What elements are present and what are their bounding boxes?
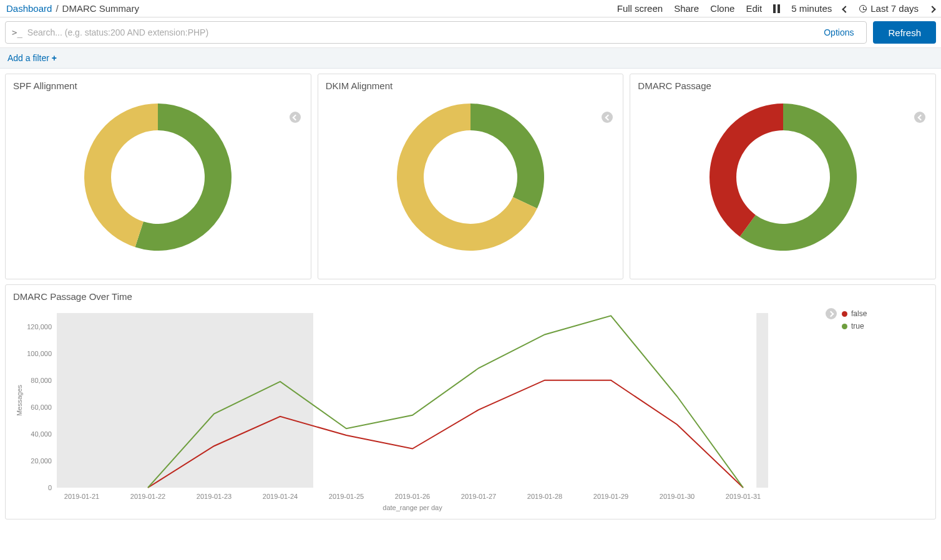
panel-collapse-icon[interactable]: [914, 112, 925, 123]
donut-panels-row: SPF Allignment DKIM Alignment DMARC Pass…: [0, 69, 941, 284]
clone-button[interactable]: Clone: [710, 3, 734, 14]
svg-text:80,000: 80,000: [31, 377, 52, 384]
svg-text:100,000: 100,000: [27, 350, 52, 357]
svg-rect-1: [756, 313, 768, 488]
breadcrumb-dashboard-link[interactable]: Dashboard: [6, 3, 52, 14]
svg-text:2019-01-21: 2019-01-21: [64, 493, 99, 500]
filter-bar: Add a filter +: [0, 48, 941, 69]
donut-chart-dkim: [326, 96, 616, 258]
svg-text:2019-01-25: 2019-01-25: [329, 493, 364, 500]
svg-text:2019-01-30: 2019-01-30: [660, 493, 695, 500]
time-prev-button[interactable]: [843, 3, 848, 14]
page-title: DMARC Summary: [62, 3, 139, 14]
add-filter-label: Add a filter: [7, 53, 49, 63]
legend-item-false[interactable]: false: [842, 309, 928, 318]
search-options-link[interactable]: Options: [824, 27, 854, 37]
add-filter-button[interactable]: Add a filter +: [7, 53, 57, 63]
svg-text:date_range per day: date_range per day: [383, 504, 442, 511]
svg-text:2019-01-31: 2019-01-31: [726, 493, 761, 500]
legend-label: true: [851, 322, 864, 331]
breadcrumb-bar: Dashboard / DMARC Summary Full screen Sh…: [0, 0, 941, 17]
edit-button[interactable]: Edit: [746, 3, 762, 14]
svg-text:Messages: Messages: [16, 384, 23, 416]
full-screen-button[interactable]: Full screen: [617, 3, 663, 14]
svg-text:0: 0: [48, 484, 52, 491]
legend: false true: [828, 307, 928, 513]
svg-text:60,000: 60,000: [31, 403, 52, 411]
svg-text:20,000: 20,000: [31, 457, 52, 465]
svg-text:2019-01-26: 2019-01-26: [395, 493, 430, 500]
svg-text:40,000: 40,000: [31, 430, 52, 438]
line-chart: 020,00040,00060,00080,000100,000120,000M…: [13, 307, 822, 513]
donut-chart-spf: [13, 96, 303, 258]
svg-text:2019-01-23: 2019-01-23: [197, 493, 232, 500]
breadcrumb-separator: /: [56, 3, 58, 14]
share-button[interactable]: Share: [674, 3, 699, 14]
panel-dmarc-over-time: DMARC Passage Over Time 020,00040,00060,…: [5, 284, 936, 519]
search-prefix-icon: >_: [12, 27, 22, 37]
legend-item-true[interactable]: true: [842, 322, 928, 331]
panel-collapse-icon[interactable]: [290, 112, 301, 123]
clock-icon: [859, 5, 867, 12]
panel-spf-alignment: SPF Allignment: [5, 74, 311, 279]
panel-title: DKIM Alignment: [326, 80, 616, 91]
panel-title: DMARC Passage Over Time: [13, 291, 928, 302]
time-next-button[interactable]: [930, 3, 935, 14]
plus-icon: +: [52, 53, 57, 63]
panel-dkim-alignment: DKIM Alignment: [318, 74, 624, 279]
svg-rect-0: [57, 313, 313, 488]
legend-dot-icon: [842, 311, 847, 317]
svg-text:2019-01-27: 2019-01-27: [461, 493, 496, 500]
search-input[interactable]: [27, 27, 824, 37]
donut-chart-dmarc: [638, 96, 928, 258]
svg-text:2019-01-29: 2019-01-29: [593, 493, 628, 500]
svg-text:2019-01-28: 2019-01-28: [527, 493, 562, 500]
panel-dmarc-passage: DMARC Passage: [630, 74, 936, 279]
svg-text:120,000: 120,000: [27, 323, 52, 331]
search-box[interactable]: >_ Options: [5, 21, 867, 44]
panel-title: SPF Allignment: [13, 80, 303, 91]
svg-text:2019-01-24: 2019-01-24: [263, 493, 298, 500]
svg-text:2019-01-22: 2019-01-22: [130, 493, 165, 500]
search-row: >_ Options Refresh: [0, 17, 941, 48]
panel-title: DMARC Passage: [638, 80, 928, 91]
legend-collapse-icon[interactable]: [826, 308, 837, 319]
legend-dot-icon: [842, 324, 847, 329]
time-range-label: Last 7 days: [870, 3, 919, 14]
refresh-interval[interactable]: 5 minutes: [791, 3, 832, 14]
refresh-button[interactable]: Refresh: [873, 21, 936, 44]
legend-label: false: [851, 309, 867, 318]
pause-icon[interactable]: [773, 4, 780, 13]
time-range-picker[interactable]: Last 7 days: [859, 3, 919, 14]
